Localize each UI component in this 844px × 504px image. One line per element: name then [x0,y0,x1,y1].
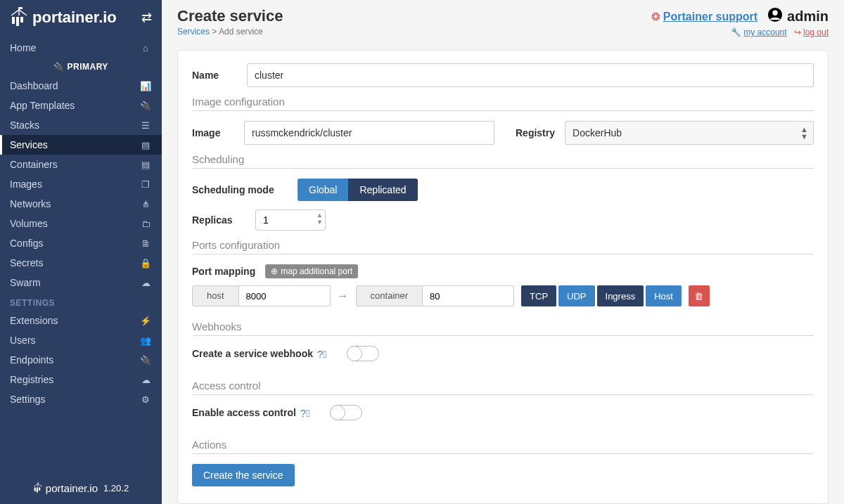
help-icon[interactable]: ?⃝ [317,348,327,360]
sidebar-section-settings: SETTINGS [0,292,162,311]
sidebar-item-users[interactable]: Users👥 [0,330,162,350]
username-label: admin [787,8,829,25]
sidebar-item-home[interactable]: Home⌂ [0,38,162,58]
nav-label: Stacks [10,119,39,131]
svg-rect-2 [20,17,23,22]
nav-label: Dashboard [10,80,58,91]
nav-label: Networks [10,198,51,209]
breadcrumb-current: Add service [219,27,263,37]
nav-label: Users [10,335,36,346]
registry-label: Registry [516,127,555,138]
nav-label: Registries [10,374,53,385]
replicas-input[interactable] [255,209,326,231]
bolt-icon: ⚡ [139,316,152,326]
sidebar-item-networks[interactable]: Networks⋔ [0,194,162,214]
life-ring-icon: ❂ [651,11,660,22]
logo-text: portainer.io [32,8,117,27]
nav-label: Secrets [10,257,43,269]
sidebar-item-extensions[interactable]: Extensions⚡ [0,311,162,330]
sidebar-item-dashboard[interactable]: Dashboard📊 [0,76,162,96]
webhook-toggle[interactable] [347,346,379,361]
nav-label: Endpoints [10,354,53,366]
sidebar-item-registries[interactable]: Registries☁ [0,370,162,389]
scheduling-global-button[interactable]: Global [298,179,348,201]
nav-label: Containers [10,159,58,170]
svg-rect-4 [19,7,23,9]
map-additional-port-button[interactable]: ⊕ map additional port [265,264,358,278]
svg-rect-0 [12,17,15,24]
users-icon: 👥 [139,335,152,346]
svg-rect-6 [37,487,38,492]
nav: Home⌂ 🔌 PRIMARY Dashboard📊 App Templates… [0,38,162,472]
container-port-input[interactable] [423,285,514,306]
proto-tcp-button[interactable]: TCP [521,285,556,306]
nav-label: Swarm [10,277,41,288]
wrench-icon: 🔧 [731,27,741,37]
proto-host-button[interactable]: Host [646,285,682,306]
list-icon: ☰ [139,120,152,131]
image-label: Image [192,127,234,138]
sidebar-item-secrets[interactable]: Secrets🔒 [0,253,162,273]
image-input[interactable] [244,121,494,145]
replicas-label: Replicas [192,214,241,226]
tachometer-icon: 📊 [139,81,152,91]
section-ports: Ports configuration [192,239,814,254]
port-mapping-label: Port mapping [192,266,255,277]
sidebar-item-endpoints[interactable]: Endpoints🔌 [0,350,162,370]
sidebar-primary-label: 🔌 PRIMARY [0,58,162,76]
user-secret-icon: 🔒 [139,258,152,269]
sidebar-item-containers[interactable]: Containers▤ [0,155,162,174]
section-image-config: Image configuration [192,96,814,111]
section-webhooks: Webhooks [192,321,814,336]
registry-select[interactable]: DockerHub [565,121,814,145]
create-service-button[interactable]: Create the service [192,464,295,486]
access-control-toggle[interactable] [330,405,362,420]
number-stepper-icon[interactable]: ▲▼ [316,212,323,226]
plus-circle-icon: ⊕ [271,266,278,276]
sidebar-item-stacks[interactable]: Stacks☰ [0,115,162,135]
home-icon: ⌂ [139,43,152,53]
section-access-control: Access control [192,380,814,395]
scheduling-mode-label: Scheduling mode [192,184,283,195]
sign-out-icon: ↪ [794,27,801,37]
scheduling-replicated-button[interactable]: Replicated [348,179,417,201]
nav-label: Images [10,179,42,190]
sidebar-item-volumes[interactable]: Volumes🗀 [0,214,162,233]
service-form-card: Name Image configuration Image Registry … [177,50,829,504]
proto-ingress-button[interactable]: Ingress [597,285,644,306]
collapse-sidebar-icon[interactable]: ⇄ [141,10,152,25]
sidebar-item-configs[interactable]: Configs🗎 [0,233,162,253]
nav-label: Services [10,139,48,150]
breadcrumb: Services > Add service [177,27,283,37]
breadcrumb-services-link[interactable]: Services [177,27,210,37]
nav-label: Settings [10,394,46,405]
file-icon: 🗎 [139,238,152,249]
help-icon[interactable]: ?⃝ [300,407,310,419]
host-port-input[interactable] [239,285,331,306]
trash-icon: 🗑 [694,291,703,302]
sidebar-item-settings[interactable]: Settings⚙ [0,389,162,409]
host-addon-label: host [192,285,239,306]
sidebar-footer: portainer.io 1.20.2 [0,472,162,504]
svg-rect-1 [16,17,19,26]
svg-point-10 [772,11,777,15]
arrow-right-icon: → [338,290,349,302]
sidebar-item-swarm[interactable]: Swarm☁ [0,273,162,292]
proto-udp-button[interactable]: UDP [558,285,594,306]
portainer-support-link[interactable]: Portainer support [663,11,757,22]
user-menu[interactable]: admin [767,7,829,26]
sidebar-item-services[interactable]: Services▤ [0,135,162,155]
name-input[interactable] [247,63,814,87]
page-title: Create service [177,7,283,25]
nav-label: Configs [10,238,43,249]
portainer-logo-icon [10,7,28,28]
hdd-icon: 🗀 [139,219,152,229]
sidebar-item-images[interactable]: Images❐ [0,174,162,194]
my-account-link[interactable]: my account [743,27,786,37]
logout-link[interactable]: log out [803,27,829,37]
webhook-label: Create a service webhook [192,348,313,359]
logo[interactable]: portainer.io [10,7,117,28]
delete-port-button[interactable]: 🗑 [689,285,710,306]
sidebar-item-app-templates[interactable]: App Templates🔌 [0,96,162,115]
section-scheduling: Scheduling [192,153,814,169]
